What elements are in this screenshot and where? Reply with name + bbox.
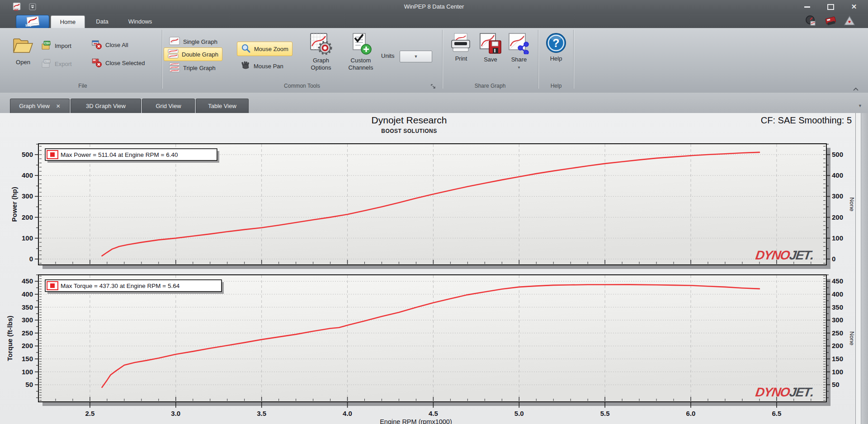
svg-text:5.5: 5.5: [600, 410, 610, 417]
svg-text:4.0: 4.0: [343, 410, 352, 417]
svg-text:250: 250: [22, 329, 33, 337]
svg-text:150: 150: [832, 355, 843, 363]
svg-text:200: 200: [22, 342, 33, 349]
svg-text:5.0: 5.0: [514, 410, 524, 417]
svg-text:400: 400: [22, 290, 33, 298]
svg-text:3.0: 3.0: [171, 410, 180, 417]
svg-text:Power (hp): Power (hp): [10, 187, 18, 222]
svg-text:200: 200: [832, 213, 843, 221]
svg-text:100: 100: [832, 368, 843, 376]
svg-text:None: None: [849, 331, 855, 345]
svg-text:Max Power = 511.04 at Engine R: Max Power = 511.04 at Engine RPM = 6.40: [61, 151, 178, 158]
winpep-window: { "window": { "title": "WinPEP 8 Data Ce…: [0, 0, 868, 424]
svg-text:350: 350: [22, 303, 33, 311]
svg-text:0: 0: [832, 255, 835, 263]
svg-text:6.0: 6.0: [686, 410, 696, 417]
svg-text:500: 500: [832, 151, 843, 158]
svg-text:Max Torque = 437.30 at Engine: Max Torque = 437.30 at Engine RPM = 5.64: [61, 283, 180, 289]
svg-text:150: 150: [22, 355, 33, 363]
svg-text:Torque (ft-lbs): Torque (ft-lbs): [6, 316, 14, 361]
svg-text:0: 0: [29, 255, 33, 263]
svg-text:300: 300: [832, 316, 843, 324]
svg-text:2.5: 2.5: [85, 410, 94, 417]
svg-text:400: 400: [22, 171, 33, 179]
svg-text:200: 200: [832, 342, 843, 349]
svg-text:100: 100: [22, 368, 33, 376]
svg-text:300: 300: [22, 192, 33, 200]
svg-text:DYNOJET.: DYNOJET.: [755, 248, 814, 262]
svg-text:50: 50: [832, 381, 840, 388]
svg-text:300: 300: [832, 192, 843, 200]
svg-text:Engine RPM (rpmx1000): Engine RPM (rpmx1000): [380, 418, 452, 424]
svg-text:500: 500: [22, 151, 33, 158]
svg-text:400: 400: [832, 290, 843, 298]
dyno-charts-canvas[interactable]: 00100100200200300300400400500500Power (h…: [0, 0, 868, 424]
svg-text:450: 450: [22, 277, 33, 285]
svg-text:6.5: 6.5: [772, 410, 781, 417]
svg-text:4.5: 4.5: [429, 410, 438, 417]
svg-text:3.5: 3.5: [257, 410, 266, 417]
svg-text:250: 250: [832, 329, 843, 337]
svg-text:350: 350: [832, 303, 843, 311]
svg-text:200: 200: [22, 213, 33, 221]
svg-text:300: 300: [22, 316, 33, 324]
svg-text:50: 50: [25, 381, 33, 388]
svg-text:400: 400: [832, 171, 843, 179]
svg-text:DYNOJET.: DYNOJET.: [755, 385, 814, 399]
svg-text:None: None: [849, 197, 855, 211]
svg-text:100: 100: [832, 234, 843, 242]
svg-text:450: 450: [832, 277, 843, 285]
svg-text:100: 100: [22, 234, 33, 242]
